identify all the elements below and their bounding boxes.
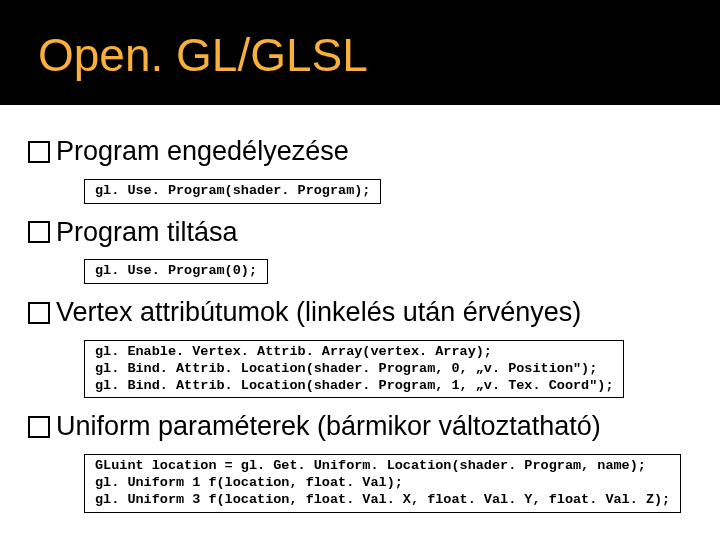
bullet-item: Program engedélyezése xyxy=(28,137,692,167)
bullet-item: Vertex attribútumok (linkelés után érvén… xyxy=(28,298,692,328)
bullet-box-icon xyxy=(28,302,50,324)
bullet-text: Program engedélyezése xyxy=(56,137,349,167)
code-snippet: gl. Enable. Vertex. Attrib. Array(vertex… xyxy=(95,344,613,395)
code-snippet: gl. Use. Program(shader. Program); xyxy=(95,183,370,200)
code-box: gl. Enable. Vertex. Attrib. Array(vertex… xyxy=(84,340,624,399)
content-area: Program engedélyezése gl. Use. Program(s… xyxy=(0,105,720,513)
code-box: gl. Use. Program(0); xyxy=(84,259,268,284)
slide-title: Open. GL/GLSL xyxy=(38,28,368,82)
bullet-item: Program tiltása xyxy=(28,218,692,248)
bullet-box-icon xyxy=(28,416,50,438)
bullet-box-icon xyxy=(28,221,50,243)
code-box: GLuint location = gl. Get. Uniform. Loca… xyxy=(84,454,681,513)
code-snippet: gl. Use. Program(0); xyxy=(95,263,257,280)
title-bar: Open. GL/GLSL xyxy=(0,0,720,105)
bullet-text: Program tiltása xyxy=(56,218,238,248)
slide: Open. GL/GLSL Program engedélyezése gl. … xyxy=(0,0,720,540)
code-snippet: GLuint location = gl. Get. Uniform. Loca… xyxy=(95,458,670,509)
bullet-box-icon xyxy=(28,141,50,163)
code-box: gl. Use. Program(shader. Program); xyxy=(84,179,381,204)
bullet-text: Vertex attribútumok (linkelés után érvén… xyxy=(56,298,581,328)
bullet-text: Uniform paraméterek (bármikor változtath… xyxy=(56,412,601,442)
bullet-item: Uniform paraméterek (bármikor változtath… xyxy=(28,412,692,442)
